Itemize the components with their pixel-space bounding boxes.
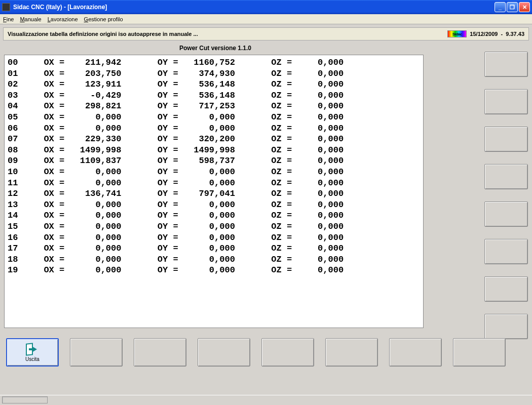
menu-gestione-profilo[interactable]: Gestione profilo <box>84 16 123 22</box>
close-button[interactable]: ✕ <box>519 2 530 12</box>
app-icon <box>2 3 10 11</box>
brand-logo: Sidac <box>447 30 467 37</box>
titlebar: Sidac CNC (Italy) - [Lavorazione] _ ❐ ✕ <box>0 0 532 14</box>
window-title: Sidac CNC (Italy) - [Lavorazione] <box>13 4 495 11</box>
bottom-buttons: Uscita <box>6 338 506 367</box>
subheader: Visualizzazione tabella definizione orig… <box>3 27 529 40</box>
date-label: 15/12/2009 - 9.37.43 <box>470 31 524 37</box>
minimize-button[interactable]: _ <box>495 2 506 12</box>
client-area: Visualizzazione tabella definizione orig… <box>0 24 532 405</box>
bottom-button-3[interactable] <box>134 338 186 367</box>
menu-lavorazione[interactable]: Lavorazione <box>48 16 78 22</box>
bottom-button-5[interactable] <box>261 338 314 367</box>
side-button-8[interactable] <box>484 314 528 339</box>
exit-button[interactable]: Uscita <box>6 338 59 367</box>
side-button-1[interactable] <box>484 52 528 77</box>
side-button-7[interactable] <box>484 276 528 302</box>
menubar: Fine Manuale Lavorazione Gestione profil… <box>0 14 532 24</box>
side-buttons <box>484 52 528 339</box>
exit-icon <box>25 343 40 355</box>
side-button-2[interactable] <box>484 89 528 114</box>
side-button-5[interactable] <box>484 201 528 227</box>
side-button-3[interactable] <box>484 127 528 152</box>
menu-fine[interactable]: Fine <box>3 16 14 22</box>
origins-table: 00 OX = 211,942 OY = 1160,752 OZ = 0,000… <box>4 55 424 328</box>
bottom-button-7[interactable] <box>389 338 442 367</box>
statusbar <box>0 395 532 405</box>
bottom-button-4[interactable] <box>198 338 250 367</box>
side-button-4[interactable] <box>484 164 528 189</box>
bottom-button-8[interactable] <box>453 338 506 367</box>
exit-button-label: Uscita <box>25 356 40 362</box>
subheader-text: Visualizzazione tabella definizione orig… <box>8 31 198 37</box>
maximize-button[interactable]: ❐ <box>507 2 518 12</box>
bottom-button-2[interactable] <box>70 338 123 367</box>
statusbar-cell <box>2 396 48 403</box>
version-label: Power Cut versione 1.1.0 <box>3 45 428 52</box>
side-button-6[interactable] <box>484 239 528 264</box>
bottom-button-6[interactable] <box>325 338 378 367</box>
menu-manuale[interactable]: Manuale <box>20 16 41 22</box>
